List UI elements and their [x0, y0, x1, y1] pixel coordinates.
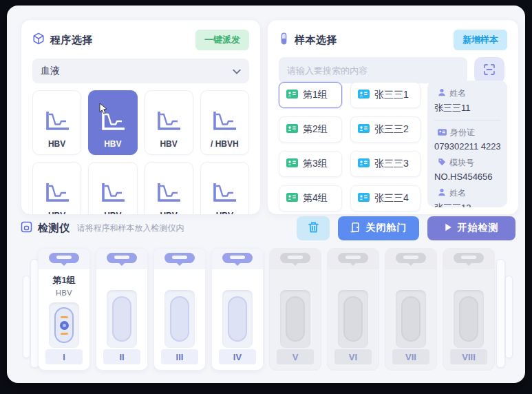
tag-icon [438, 158, 446, 168]
program-card[interactable]: HBV [200, 162, 249, 215]
group-card-icon [286, 90, 298, 101]
sample-chip-3[interactable]: 张三三3 [350, 151, 421, 177]
thermal-curve-icon [99, 181, 127, 207]
sample-card-icon [358, 158, 370, 169]
slot-program-label: HBV [39, 289, 89, 297]
group-chip-1[interactable]: 第1组 [279, 82, 342, 108]
cartridge-empty [280, 290, 310, 348]
slot-cap [328, 249, 379, 269]
user-icon [438, 188, 446, 198]
program-card[interactable]: / HBVH [200, 90, 249, 155]
program-card[interactable]: HBV [32, 90, 81, 155]
slot-cap [154, 249, 205, 269]
cartridge-empty [454, 290, 484, 348]
slot-numeral: VIII [450, 349, 487, 364]
thermal-curve-icon [155, 110, 182, 136]
test-tube-icon [279, 32, 289, 48]
slot-4[interactable]: IV [211, 248, 264, 371]
cartridge-empty [107, 290, 137, 348]
app-window: 程序选择 一键派发 血液 HBV HBV [7, 6, 525, 383]
scan-icon [483, 63, 496, 78]
door-icon [350, 222, 361, 235]
slot-numeral: VI [334, 349, 372, 364]
field-label: 模块号 [434, 157, 500, 169]
program-card[interactable]: HBV [88, 162, 137, 215]
slot-cap [96, 249, 147, 269]
program-panel: 程序选择 一键派发 血液 HBV HBV [21, 19, 261, 215]
detector-icon [21, 221, 32, 236]
divider [434, 120, 500, 121]
slot-5: V [269, 248, 321, 371]
cartridge-empty [396, 290, 426, 348]
field-label: 身份证 [434, 127, 500, 138]
mouse-cursor-icon [99, 103, 108, 117]
program-card[interactable]: HBV [145, 162, 193, 215]
group-card-icon [286, 124, 298, 135]
sample-panel-title: 样本选择 [295, 34, 337, 47]
slot-6: VI [327, 248, 379, 371]
trash-icon [308, 221, 319, 236]
thermal-curve-icon [211, 181, 238, 207]
sample-chip-4[interactable]: 张三三4 [350, 185, 421, 211]
add-sample-button[interactable]: 新增样本 [454, 30, 507, 50]
trash-button[interactable] [297, 216, 330, 240]
cartridge-empty [338, 290, 368, 348]
thermal-curve-icon [43, 181, 71, 207]
slot-3[interactable]: III [153, 248, 206, 371]
slot-2[interactable]: II [96, 248, 148, 371]
scan-button[interactable] [474, 57, 504, 83]
slot-cap [443, 249, 494, 269]
sample-chip-1[interactable]: 张三三1 [350, 82, 421, 108]
slot-cap [270, 249, 321, 269]
thermal-curve-icon [155, 181, 182, 207]
detector-slots: 第1组 HBV I II III IV V [38, 248, 495, 371]
slot-numeral: II [103, 349, 140, 364]
idcard-icon [438, 128, 447, 138]
stacked-card-edge [496, 259, 505, 368]
slot-numeral: III [161, 349, 198, 364]
field-label: 姓名 [434, 187, 500, 199]
program-card-selected[interactable]: HBV [88, 90, 137, 155]
slot-numeral: I [45, 349, 83, 364]
chevron-down-icon [233, 65, 241, 77]
slot-1[interactable]: 第1组 HBV I [38, 248, 90, 371]
group-card-icon [286, 158, 298, 169]
cartridge-empty [222, 290, 253, 348]
program-card[interactable]: HBV [145, 90, 193, 155]
sample-chip-2[interactable]: 张三三2 [350, 116, 421, 143]
search-input[interactable] [279, 57, 467, 83]
sample-type-select[interactable]: 血液 [32, 59, 249, 83]
sample-type-value: 血液 [41, 65, 233, 77]
start-detection-button[interactable]: 开始检测 [427, 216, 515, 240]
thermal-curve-icon [211, 110, 238, 136]
close-door-button[interactable]: 关闭舱门 [338, 216, 419, 240]
cartridge-empty [164, 290, 195, 348]
cartridge-loaded [49, 302, 79, 348]
group-chip-2[interactable]: 第2组 [279, 116, 342, 143]
group-card-icon [286, 193, 298, 204]
slot-7: VII [385, 248, 437, 371]
field-label: 姓名 [434, 87, 500, 99]
sample-panel: 样本选择 新增样本 第1组 第2组 [267, 19, 519, 215]
dispatch-button[interactable]: 一键派发 [195, 30, 249, 50]
sample-card-icon [358, 90, 370, 101]
group-chip-3[interactable]: 第3组 [279, 151, 342, 177]
detector-hint: 请将程序和样本放入检测仪内 [77, 222, 184, 234]
slot-numeral: IV [219, 349, 256, 364]
field-value: 079302211 4223444422 [434, 141, 500, 152]
cube-icon [32, 32, 45, 48]
group-chip-4[interactable]: 第4组 [279, 185, 342, 211]
slot-numeral: VII [392, 349, 429, 364]
slot-numeral: V [277, 349, 314, 364]
detector-header: 检测仪 请将程序和样本放入检测仪内 关闭舱门 开始检测 [21, 215, 515, 241]
program-card[interactable]: HBV [32, 162, 81, 215]
field-value: NO.HS454656 [434, 172, 500, 182]
stacked-card-edge [23, 276, 30, 358]
play-icon [445, 222, 452, 234]
field-value: 张三三12 [434, 202, 500, 207]
stacked-card-edge [505, 276, 513, 358]
field-value: 张三三11 [434, 102, 500, 114]
slot-cap [212, 249, 263, 269]
slot-group-label: 第1组 [39, 274, 89, 287]
sample-card-icon [358, 193, 370, 204]
